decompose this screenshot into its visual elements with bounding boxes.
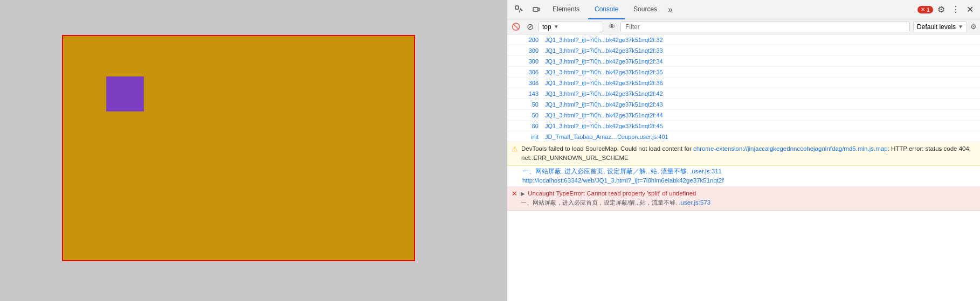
warning-text-before: DevTools failed to load SourceMap: Could… [521,145,693,152]
error-source-link[interactable]: .user.js:573 [679,199,710,206]
table-row: 60 JQ1_3.html?_ijt=7i0h...bk42ge37k51nqt… [507,121,980,131]
warning-icon: ⚠ [512,145,518,163]
warning-message-block: ⚠ DevTools failed to load SourceMap: Cou… [507,142,980,166]
close-devtools-button[interactable]: ✕ [964,4,976,15]
eye-icon[interactable]: 👁 [606,22,617,32]
more-tabs-button[interactable]: » [666,5,675,15]
error-count-badge: ✕ 1 [917,6,933,13]
warning-text: DevTools failed to load SourceMap: Could… [521,144,976,163]
log-number[interactable]: 300 [512,58,539,65]
error-message-text: Uncaught TypeError: Cannot read property… [528,190,696,197]
svg-rect-0 [515,6,519,9]
warning-source-link[interactable]: chrome-extension://jinjaccalgkegednnccoh… [693,145,888,152]
execution-context-label: top [542,23,551,31]
purple-square [106,76,144,111]
table-row: 200 JQ1_3.html?_ijt=7i0h...bk42ge37k51nq… [507,34,980,45]
error-count: 1 [927,6,930,13]
log-number[interactable]: 300 [512,47,539,54]
svg-rect-1 [533,8,538,11]
hide-network-button[interactable]: ⊘ [524,22,535,32]
log-number[interactable]: 50 [512,112,539,118]
log-source-link[interactable]: JD_Tmall_Taobao_Amaz…Coupon.user.js:401 [545,134,668,140]
table-row: 300 JQ1_3.html?_ijt=7i0h...bk42ge37k51nq… [507,45,980,56]
browser-viewport [0,0,507,301]
error-text: ▶ Uncaught TypeError: Cannot read proper… [521,189,710,208]
expand-arrow-icon[interactable]: ▶ [521,191,525,197]
execution-context-dropdown[interactable]: top ▼ [539,22,603,32]
filter-input[interactable] [620,22,910,32]
table-row: 50 JQ1_3.html?_ijt=7i0h...bk42ge37k51nqt… [507,99,980,110]
log-number[interactable]: init [512,134,539,140]
svg-rect-2 [538,8,540,11]
log-number[interactable]: 306 [512,80,539,86]
levels-arrow-icon: ▼ [958,24,963,30]
canvas-area [62,35,415,261]
error-sub-text: 一、网站屏蔽，进入必应首页，设定屏蔽/解...站，流量不够. [521,199,679,206]
log-source-link[interactable]: JQ1_3.html?_ijt=7i0h...bk42ge37k51nqt2f:… [545,69,663,75]
clear-console-button[interactable]: 🚫 [510,22,521,32]
info-link-1[interactable]: 一、网站屏蔽, 进入必应首页, 设定屏蔽／解...站, 流量不够. [522,168,688,174]
log-source-link[interactable]: JQ1_3.html?_ijt=7i0h...bk42ge37k51nqt2f:… [545,58,663,65]
table-row: init JD_Tmall_Taobao_Amaz…Coupon.user.js… [507,131,980,142]
table-row: 143 JQ1_3.html?_ijt=7i0h...bk42ge37k51nq… [507,88,980,99]
table-row: 300 JQ1_3.html?_ijt=7i0h...bk42ge37k51nq… [507,56,980,67]
log-source-link[interactable]: JQ1_3.html?_ijt=7i0h...bk42ge37k51nqt2f:… [545,90,663,97]
log-source-link[interactable]: JQ1_3.html?_ijt=7i0h...bk42ge37k51nqt2f:… [545,80,663,86]
device-toolbar-button[interactable] [529,2,544,17]
log-source-link[interactable]: JQ1_3.html?_ijt=7i0h...bk42ge37k51nqt2f:… [545,47,663,54]
log-number[interactable]: 200 [512,37,539,43]
console-log-content: 200 JQ1_3.html?_ijt=7i0h...bk42ge37k51nq… [507,34,980,301]
table-row: 50 JQ1_3.html?_ijt=7i0h...bk42ge37k51nqt… [507,110,980,121]
table-row: 306 JQ1_3.html?_ijt=7i0h...bk42ge37k51nq… [507,78,980,88]
log-levels-label: Default levels [917,23,956,31]
log-number[interactable]: 306 [512,69,539,75]
log-source-link[interactable]: JQ1_3.html?_ijt=7i0h...bk42ge37k51nqt2f:… [545,112,663,118]
log-source-link[interactable]: JQ1_3.html?_ijt=7i0h...bk42ge37k51nqt2f:… [545,123,663,129]
error-message-block: ✕ ▶ Uncaught TypeError: Cannot read prop… [507,187,980,211]
settings-button[interactable]: ⚙ [935,4,947,15]
log-number[interactable]: 60 [512,123,539,129]
log-source-link[interactable]: JQ1_3.html?_ijt=7i0h...bk42ge37k51nqt2f:… [545,37,663,43]
tab-console[interactable]: Console [588,0,625,19]
table-row: 306 JQ1_3.html?_ijt=7i0h...bk42ge37k51nq… [507,67,980,78]
error-icon: ✕ [512,190,517,208]
log-number[interactable]: 143 [512,90,539,97]
log-source-link[interactable]: JQ1_3.html?_ijt=7i0h...bk42ge37k51nqt2f:… [545,101,663,108]
tab-sources[interactable]: Sources [627,0,664,19]
devtools-panel: Elements Console Sources » ✕ 1 ⚙ ⋮ ✕ 🚫 ⊘… [507,0,980,301]
inspect-element-button[interactable] [512,2,527,17]
error-x-icon: ✕ [921,6,925,12]
console-toolbar: 🚫 ⊘ top ▼ 👁 Default levels ▼ ⚙ [507,19,980,34]
devtools-tab-bar: Elements Console Sources » ✕ 1 ⚙ ⋮ ✕ [507,0,980,19]
info-source[interactable]: .user.js:311 [688,168,722,174]
log-levels-dropdown[interactable]: Default levels ▼ [913,22,967,32]
dropdown-arrow-icon: ▼ [554,24,559,30]
log-number[interactable]: 50 [512,101,539,108]
console-settings-button[interactable]: ⚙ [970,23,977,31]
tab-elements[interactable]: Elements [546,0,586,19]
more-options-button[interactable]: ⋮ [949,4,962,15]
info-url-link[interactable]: http://localhost:63342/web/JQ1_3.html?_i… [522,177,724,184]
info-message-block: 一、网站屏蔽, 进入必应首页, 设定屏蔽／解...站, 流量不够. .user.… [507,166,980,187]
